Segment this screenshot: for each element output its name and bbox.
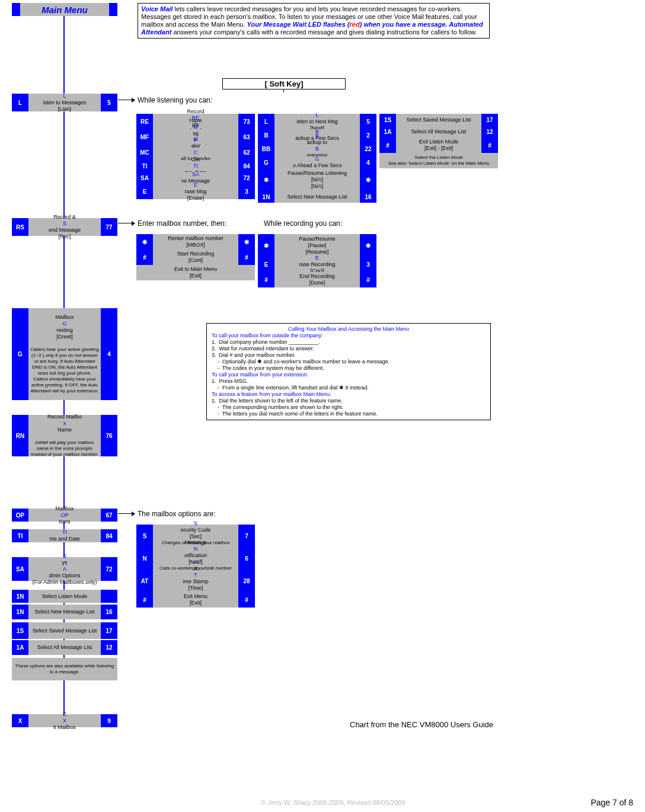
menu-key-X[interactable]: X xyxy=(12,714,28,727)
menu-num-1S[interactable]: 17 xyxy=(101,622,117,639)
menu-num-RS[interactable]: 77 xyxy=(101,218,117,236)
record-l-label-1: Start Recording[Cont] xyxy=(153,250,238,265)
record-l-key-1[interactable]: # xyxy=(136,250,153,265)
opt-key-3[interactable]: # xyxy=(136,592,153,608)
record-caption2: While recording you can: xyxy=(264,219,342,228)
record-l-num-1[interactable]: # xyxy=(238,250,255,265)
listen-l-num-0[interactable]: 73 xyxy=(238,114,255,129)
opt-num-3[interactable]: # xyxy=(238,592,255,608)
listen-l-key-4[interactable]: SA xyxy=(136,172,153,184)
menu-note: These options are also available while l… xyxy=(12,658,117,680)
listen-r-num-1[interactable]: 12 xyxy=(481,126,498,138)
calling-line: 1. Press MSG. xyxy=(212,378,486,385)
listen-l-key-3[interactable]: TI xyxy=(136,160,153,172)
calling-line: 1. Dial company phone number __________. xyxy=(212,339,486,346)
listen-l-key-1[interactable]: MF xyxy=(136,129,153,145)
listen-r-key-2[interactable]: # xyxy=(379,138,396,153)
listen-r-label-0: Select Saved Message List xyxy=(396,114,481,126)
record-r-num-1[interactable]: 3 xyxy=(360,257,376,272)
mainmenu-title: Main Menu xyxy=(20,3,109,16)
menu-label-OP: Mailbox OPtions xyxy=(28,509,101,522)
menu-key-1A[interactable]: 1A xyxy=(12,640,28,655)
menu-num-SA[interactable]: 72 xyxy=(101,557,117,581)
menu-num-1N[interactable]: 16 xyxy=(101,605,117,619)
listen-l-num-4[interactable]: 72 xyxy=(238,172,255,184)
listen-m-label-3: Go Ahead a Few Secs xyxy=(274,156,360,168)
listen-l-label-3: Get TIme, Date xyxy=(153,160,238,172)
chart-credit: Chart from the NEC VM8000 Users Guide xyxy=(350,720,493,729)
record-r-num-2[interactable]: # xyxy=(360,272,376,287)
listen-m-num-4[interactable]: ✱ xyxy=(360,168,376,191)
opt-num-0[interactable]: 7 xyxy=(238,525,255,547)
record-r-num-0[interactable]: ✱ xyxy=(360,234,376,257)
listen-r-num-0[interactable]: 17 xyxy=(481,114,498,126)
listen-r-label-1: Select All Message List xyxy=(396,126,481,138)
menu-num-X[interactable]: 9 xyxy=(101,714,117,727)
record-r-key-1[interactable]: E xyxy=(258,257,274,272)
listen-r-key-0[interactable]: 1S xyxy=(379,114,396,126)
listen-r-num-2[interactable]: # xyxy=(481,138,498,153)
listen-m-key-0[interactable]: L xyxy=(258,114,274,129)
listen-l-num-1[interactable]: 63 xyxy=(238,129,255,145)
menu-key-RS[interactable]: RS xyxy=(12,218,28,236)
menu-num-RN[interactable]: 76 xyxy=(101,415,117,456)
calling-line: - The corresponding numbers are shown to… xyxy=(212,404,486,411)
listen-m-num-5[interactable]: 16 xyxy=(360,191,376,203)
listen-m-num-0[interactable]: 5 xyxy=(360,114,376,129)
menu-key-G[interactable]: G xyxy=(12,308,28,400)
listen-m-num-1[interactable]: 2 xyxy=(360,129,376,141)
menu-num-1A[interactable]: 12 xyxy=(101,640,117,655)
menu-key-1N[interactable]: 1N xyxy=(12,590,28,603)
record-l-num-0[interactable]: ✱ xyxy=(238,234,255,250)
listen-m-key-2[interactable]: BB xyxy=(258,141,274,156)
opt-key-0[interactable]: S xyxy=(136,525,153,547)
menu-label-L: Listen to Messages[Lstn} xyxy=(28,94,101,111)
listen-l-key-0[interactable]: RE xyxy=(136,114,153,129)
listen-l-num-2[interactable]: 62 xyxy=(238,145,255,160)
menu-label-RS: Record & Send Message[Rec] xyxy=(28,218,101,236)
listen-r-key-1[interactable]: 1A xyxy=(379,126,396,138)
listen-m-key-4[interactable]: ✱ xyxy=(258,168,274,191)
menu-num-TI[interactable]: 84 xyxy=(101,529,117,542)
menu-key-1N[interactable]: 1N xyxy=(12,605,28,619)
listen-l-num-3[interactable]: 84 xyxy=(238,160,255,172)
menu-num-1N[interactable] xyxy=(101,590,117,603)
listen-m-key-1[interactable]: B xyxy=(258,129,274,141)
opt-key-1[interactable]: N xyxy=(136,547,153,570)
menu-key-1S[interactable]: 1S xyxy=(12,622,28,639)
calling-h2: To call your mailbox from your extension… xyxy=(212,372,486,378)
listen-m-num-3[interactable]: 4 xyxy=(360,156,376,168)
menu-label-TI: TIme and Date xyxy=(28,529,101,542)
listen-l-label-5: Erase Msg[Erase] xyxy=(153,184,238,199)
menu-key-L[interactable]: L xyxy=(12,94,28,111)
record-r-key-0[interactable]: ✱ xyxy=(258,234,274,257)
calling-line: - Optionally dial ✱ and co-worker's mail… xyxy=(212,359,486,365)
listen-m-num-2[interactable]: 22 xyxy=(360,141,376,156)
softkey-label: [ Soft Key] xyxy=(222,78,346,89)
listen-m-label-4: Pause/Resume Listening[N/A][N/A] xyxy=(274,168,360,191)
listen-l-key-5[interactable]: E xyxy=(136,184,153,199)
record-l-key-0[interactable]: ✱ xyxy=(136,234,153,250)
listen-m-label-5: Select New Message List xyxy=(274,191,360,203)
mainmenu-right-stub xyxy=(109,3,117,16)
menu-label-1N: Select Listen Mode xyxy=(28,590,101,603)
listen-l-key-2[interactable]: MC xyxy=(136,145,153,160)
opt-key-2[interactable]: AT xyxy=(136,570,153,592)
calling-line: 3. Dial # and your mailbox number. xyxy=(212,352,486,359)
listen-m-key-5[interactable]: 1N xyxy=(258,191,274,203)
menu-key-SA[interactable]: SA xyxy=(12,557,28,581)
menu-num-OP[interactable]: 67 xyxy=(101,509,117,522)
listen-l-num-5[interactable]: 3 xyxy=(238,184,255,199)
opt-num-1[interactable]: 6 xyxy=(238,547,255,570)
calling-line: - The letters you dial match some of the… xyxy=(212,411,486,417)
record-r-key-2[interactable]: # xyxy=(258,272,274,287)
opt-num-2[interactable]: 28 xyxy=(238,570,255,592)
listen-m-key-3[interactable]: G xyxy=(258,156,274,168)
menu-key-RN[interactable]: RN xyxy=(12,415,28,456)
menu-num-G[interactable]: 4 xyxy=(101,308,117,400)
menu-key-OP[interactable]: OP xyxy=(12,509,28,522)
menu-key-TI[interactable]: TI xyxy=(12,529,28,542)
calling-box: Calling Your Mailbox and Accessing the M… xyxy=(206,323,491,420)
menu-num-L[interactable]: 5 xyxy=(101,94,117,111)
calling-h3: To access a feature from your mailbox Ma… xyxy=(212,391,486,398)
